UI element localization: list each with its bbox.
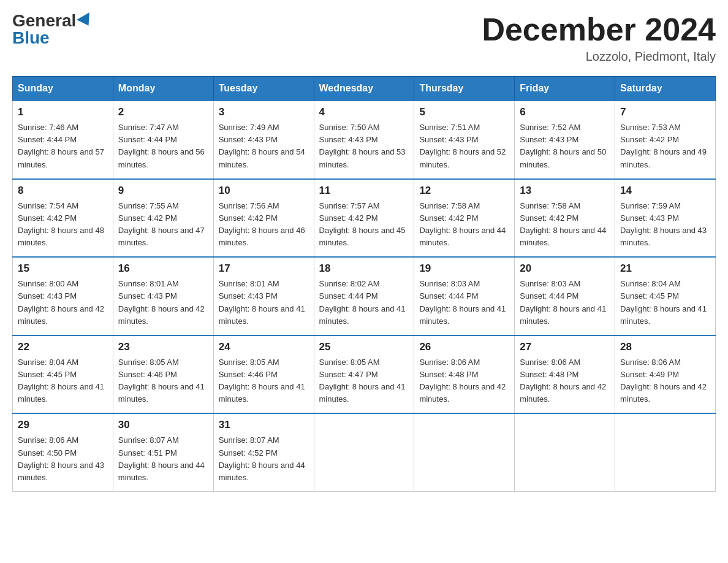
calendar-cell: 24 Sunrise: 8:05 AMSunset: 4:46 PMDaylig… xyxy=(213,335,314,414)
calendar-cell: 28 Sunrise: 8:06 AMSunset: 4:49 PMDaylig… xyxy=(615,335,716,414)
day-number: 5 xyxy=(419,106,509,118)
day-info: Sunrise: 8:03 AMSunset: 4:44 PMDaylight:… xyxy=(520,279,606,325)
calendar-header-wednesday: Wednesday xyxy=(314,77,414,101)
calendar-cell: 20 Sunrise: 8:03 AMSunset: 4:44 PMDaylig… xyxy=(515,257,615,335)
day-info: Sunrise: 7:47 AMSunset: 4:44 PMDaylight:… xyxy=(118,123,205,169)
calendar-cell: 13 Sunrise: 7:58 AMSunset: 4:42 PMDaylig… xyxy=(515,179,615,258)
calendar-cell: 7 Sunrise: 7:53 AMSunset: 4:42 PMDayligh… xyxy=(615,101,716,179)
day-info: Sunrise: 8:05 AMSunset: 4:46 PMDaylight:… xyxy=(118,358,205,404)
day-number: 3 xyxy=(219,106,309,118)
day-number: 18 xyxy=(319,262,409,275)
day-info: Sunrise: 8:01 AMSunset: 4:43 PMDaylight:… xyxy=(219,279,305,325)
day-info: Sunrise: 8:06 AMSunset: 4:48 PMDaylight:… xyxy=(520,358,606,404)
day-info: Sunrise: 7:54 AMSunset: 4:42 PMDaylight:… xyxy=(18,201,104,247)
calendar-cell: 14 Sunrise: 7:59 AMSunset: 4:43 PMDaylig… xyxy=(615,179,716,258)
calendar-cell: 10 Sunrise: 7:56 AMSunset: 4:42 PMDaylig… xyxy=(213,179,314,258)
day-number: 23 xyxy=(118,341,208,353)
calendar-cell: 31 Sunrise: 8:07 AMSunset: 4:52 PMDaylig… xyxy=(213,413,314,491)
calendar-cell: 3 Sunrise: 7:49 AMSunset: 4:43 PMDayligh… xyxy=(213,101,314,179)
day-number: 6 xyxy=(520,106,610,118)
month-title: December 2024 xyxy=(482,12,716,47)
calendar-header-friday: Friday xyxy=(515,77,615,101)
day-info: Sunrise: 7:52 AMSunset: 4:43 PMDaylight:… xyxy=(520,123,606,169)
day-number: 4 xyxy=(319,106,409,118)
day-number: 22 xyxy=(18,341,108,353)
calendar-cell xyxy=(414,413,515,491)
day-number: 7 xyxy=(620,106,710,118)
calendar-cell: 30 Sunrise: 8:07 AMSunset: 4:51 PMDaylig… xyxy=(113,413,213,491)
day-info: Sunrise: 8:05 AMSunset: 4:47 PMDaylight:… xyxy=(319,358,406,404)
day-number: 15 xyxy=(18,262,108,275)
day-number: 29 xyxy=(18,419,108,431)
location-text: Lozzolo, Piedmont, Italy xyxy=(482,50,716,64)
day-number: 26 xyxy=(419,341,509,353)
day-number: 27 xyxy=(520,341,610,353)
day-number: 20 xyxy=(520,262,610,275)
day-info: Sunrise: 8:07 AMSunset: 4:52 PMDaylight:… xyxy=(219,435,305,481)
calendar-cell: 25 Sunrise: 8:05 AMSunset: 4:47 PMDaylig… xyxy=(314,335,414,414)
day-number: 1 xyxy=(18,106,108,118)
day-info: Sunrise: 7:59 AMSunset: 4:43 PMDaylight:… xyxy=(620,201,707,247)
calendar-cell: 19 Sunrise: 8:03 AMSunset: 4:44 PMDaylig… xyxy=(414,257,515,335)
logo-general-text: General xyxy=(12,12,76,29)
calendar-header-row: SundayMondayTuesdayWednesdayThursdayFrid… xyxy=(13,77,716,101)
calendar-week-row: 15 Sunrise: 8:00 AMSunset: 4:43 PMDaylig… xyxy=(13,257,716,335)
day-info: Sunrise: 7:51 AMSunset: 4:43 PMDaylight:… xyxy=(419,123,506,169)
calendar-cell: 12 Sunrise: 7:58 AMSunset: 4:42 PMDaylig… xyxy=(414,179,515,258)
calendar-cell: 18 Sunrise: 8:02 AMSunset: 4:44 PMDaylig… xyxy=(314,257,414,335)
logo-blue-text: Blue xyxy=(12,29,50,47)
day-number: 12 xyxy=(419,185,509,197)
calendar-cell xyxy=(314,413,414,491)
calendar-cell: 4 Sunrise: 7:50 AMSunset: 4:43 PMDayligh… xyxy=(314,101,414,179)
calendar-week-row: 22 Sunrise: 8:04 AMSunset: 4:45 PMDaylig… xyxy=(13,335,716,414)
calendar-cell: 5 Sunrise: 7:51 AMSunset: 4:43 PMDayligh… xyxy=(414,101,515,179)
day-info: Sunrise: 8:02 AMSunset: 4:44 PMDaylight:… xyxy=(319,279,406,325)
day-info: Sunrise: 7:56 AMSunset: 4:42 PMDaylight:… xyxy=(219,201,305,247)
day-number: 11 xyxy=(319,185,409,197)
calendar-header-monday: Monday xyxy=(113,77,213,101)
calendar-cell xyxy=(615,413,716,491)
day-info: Sunrise: 8:04 AMSunset: 4:45 PMDaylight:… xyxy=(18,358,104,404)
calendar-cell: 22 Sunrise: 8:04 AMSunset: 4:45 PMDaylig… xyxy=(13,335,113,414)
calendar-cell: 2 Sunrise: 7:47 AMSunset: 4:44 PMDayligh… xyxy=(113,101,213,179)
day-info: Sunrise: 7:50 AMSunset: 4:43 PMDaylight:… xyxy=(319,123,406,169)
day-number: 13 xyxy=(520,185,610,197)
day-number: 21 xyxy=(620,262,710,275)
day-number: 19 xyxy=(419,262,509,275)
day-info: Sunrise: 7:49 AMSunset: 4:43 PMDaylight:… xyxy=(219,123,305,169)
day-info: Sunrise: 7:53 AMSunset: 4:42 PMDaylight:… xyxy=(620,123,707,169)
day-info: Sunrise: 8:01 AMSunset: 4:43 PMDaylight:… xyxy=(118,279,205,325)
day-info: Sunrise: 8:03 AMSunset: 4:44 PMDaylight:… xyxy=(419,279,506,325)
calendar-cell: 23 Sunrise: 8:05 AMSunset: 4:46 PMDaylig… xyxy=(113,335,213,414)
day-info: Sunrise: 8:06 AMSunset: 4:50 PMDaylight:… xyxy=(18,435,104,481)
calendar-cell: 6 Sunrise: 7:52 AMSunset: 4:43 PMDayligh… xyxy=(515,101,615,179)
day-info: Sunrise: 8:00 AMSunset: 4:43 PMDaylight:… xyxy=(18,279,104,325)
day-number: 31 xyxy=(219,419,309,431)
calendar-week-row: 8 Sunrise: 7:54 AMSunset: 4:42 PMDayligh… xyxy=(13,179,716,258)
day-info: Sunrise: 7:46 AMSunset: 4:44 PMDaylight:… xyxy=(18,123,104,169)
day-number: 9 xyxy=(118,185,208,197)
calendar-header-saturday: Saturday xyxy=(615,77,716,101)
day-info: Sunrise: 8:07 AMSunset: 4:51 PMDaylight:… xyxy=(118,435,205,481)
calendar-cell: 21 Sunrise: 8:04 AMSunset: 4:45 PMDaylig… xyxy=(615,257,716,335)
calendar-header-thursday: Thursday xyxy=(414,77,515,101)
calendar-cell: 17 Sunrise: 8:01 AMSunset: 4:43 PMDaylig… xyxy=(213,257,314,335)
day-info: Sunrise: 8:04 AMSunset: 4:45 PMDaylight:… xyxy=(620,279,707,325)
day-number: 14 xyxy=(620,185,710,197)
title-section: December 2024 Lozzolo, Piedmont, Italy xyxy=(482,12,716,64)
calendar-week-row: 1 Sunrise: 7:46 AMSunset: 4:44 PMDayligh… xyxy=(13,101,716,179)
logo-triangle-icon xyxy=(77,12,95,29)
calendar-cell: 8 Sunrise: 7:54 AMSunset: 4:42 PMDayligh… xyxy=(13,179,113,258)
calendar-table: SundayMondayTuesdayWednesdayThursdayFrid… xyxy=(12,76,716,492)
day-info: Sunrise: 7:55 AMSunset: 4:42 PMDaylight:… xyxy=(118,201,205,247)
calendar-cell: 15 Sunrise: 8:00 AMSunset: 4:43 PMDaylig… xyxy=(13,257,113,335)
calendar-cell: 16 Sunrise: 8:01 AMSunset: 4:43 PMDaylig… xyxy=(113,257,213,335)
day-info: Sunrise: 7:58 AMSunset: 4:42 PMDaylight:… xyxy=(520,201,606,247)
day-number: 25 xyxy=(319,341,409,353)
day-number: 16 xyxy=(118,262,208,275)
day-number: 28 xyxy=(620,341,710,353)
logo: General Blue xyxy=(12,12,93,47)
calendar-cell: 1 Sunrise: 7:46 AMSunset: 4:44 PMDayligh… xyxy=(13,101,113,179)
day-info: Sunrise: 8:05 AMSunset: 4:46 PMDaylight:… xyxy=(219,358,305,404)
day-number: 2 xyxy=(118,106,208,118)
